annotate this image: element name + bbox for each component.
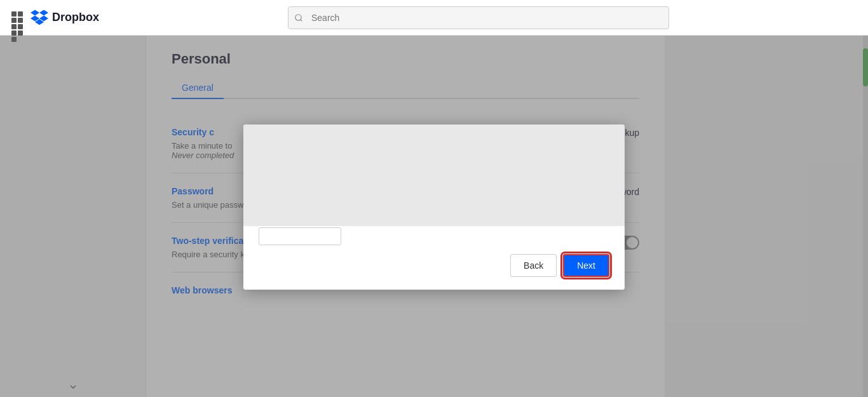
dropbox-brand-icon: [31, 9, 48, 27]
modal-dialog: × Back Next: [243, 124, 625, 290]
modal-input-field[interactable]: [259, 227, 341, 245]
search-input[interactable]: [288, 6, 669, 29]
svg-point-0: [295, 14, 301, 20]
search-icon: [294, 13, 303, 22]
search-container: [288, 6, 669, 29]
svg-line-1: [301, 19, 302, 21]
modal-bottom-section: Back Next: [243, 226, 625, 290]
dropbox-logo[interactable]: Dropbox: [31, 9, 99, 27]
app-header: Dropbox: [0, 0, 868, 36]
modal-actions: Back Next: [510, 254, 609, 277]
grid-menu-icon[interactable]: [10, 10, 25, 25]
modal-body: Back Next: [243, 124, 625, 290]
modal-top-section: [243, 124, 625, 226]
dropbox-name: Dropbox: [52, 11, 99, 24]
modal-input-area: [259, 227, 341, 245]
back-button[interactable]: Back: [510, 254, 557, 277]
header-left: Dropbox: [10, 9, 99, 27]
next-button[interactable]: Next: [563, 254, 609, 277]
search-wrapper: [288, 6, 669, 29]
